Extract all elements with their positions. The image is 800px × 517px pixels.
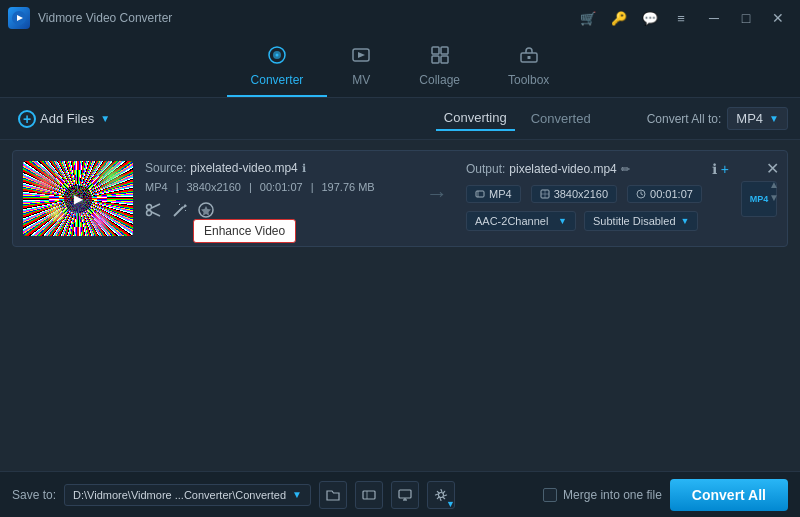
key-icon-btn[interactable]: 🔑 — [607, 7, 631, 29]
folder-browse-button[interactable] — [319, 481, 347, 509]
format-dropdown[interactable]: MP4 ▼ — [727, 107, 788, 130]
tab-converter[interactable]: Converter — [227, 39, 328, 97]
settings-icon-btn-1[interactable] — [355, 481, 383, 509]
play-button-overlay[interactable]: ▶ — [64, 185, 92, 213]
subtitle-dropdown[interactable]: Subtitle Disabled ▼ — [584, 211, 698, 231]
edit-output-icon[interactable]: ✏ — [621, 163, 630, 176]
audio-dropdown-arrow: ▼ — [558, 216, 567, 226]
output-line: Output: pixelated-video.mp4 ✏ ℹ + — [466, 161, 729, 177]
output-duration-badge: 00:01:07 — [627, 185, 702, 203]
arrow-separator: → — [420, 181, 454, 207]
scroll-up-arrow[interactable]: ▲ — [769, 179, 779, 190]
menu-icon-btn[interactable]: ≡ — [669, 7, 693, 29]
scroll-down-arrow[interactable]: ▼ — [769, 192, 779, 203]
video-meta: MP4 | 3840x2160 | 00:01:07 | 197.76 MB — [145, 181, 408, 193]
video-item: ▶ Source: pixelated-video.mp4 ℹ MP4 | 38… — [12, 150, 788, 247]
tab-collage[interactable]: Collage — [395, 39, 484, 97]
convert-all-to-area: Convert All to: MP4 ▼ — [647, 107, 788, 130]
output-resolution: 3840x2160 — [554, 188, 608, 200]
close-button[interactable]: ✕ — [764, 7, 792, 29]
converter-icon — [267, 45, 287, 70]
add-files-button[interactable]: + Add Files ▼ — [12, 106, 116, 132]
gear-settings-btn[interactable]: ▼ — [427, 481, 455, 509]
app-title: Vidmore Video Converter — [38, 11, 576, 25]
meta-separator-3: | — [311, 181, 314, 193]
save-path-dropdown[interactable]: D:\Vidmore\Vidmore ...Converter\Converte… — [64, 484, 311, 506]
save-path-value: D:\Vidmore\Vidmore ...Converter\Converte… — [73, 489, 286, 501]
add-files-plus-icon: + — [18, 110, 36, 128]
mv-tab-label: MV — [352, 73, 370, 87]
svg-rect-9 — [441, 56, 448, 63]
mv-icon — [351, 45, 371, 70]
app-logo-icon — [11, 10, 27, 26]
source-filename: pixelated-video.mp4 — [190, 161, 297, 175]
collage-tab-icon — [430, 45, 450, 65]
svg-point-13 — [147, 211, 152, 216]
add-files-arrow: ▼ — [100, 113, 110, 124]
display-icon-btn[interactable] — [391, 481, 419, 509]
output-info-icon[interactable]: ℹ — [712, 161, 717, 177]
maximize-button[interactable]: □ — [732, 7, 760, 29]
merge-checkbox-area[interactable]: Merge into one file — [543, 488, 662, 502]
output-dropdowns: AAC-2Channel ▼ Subtitle Disabled ▼ — [466, 211, 729, 231]
mv-tab-icon — [351, 45, 371, 65]
tab-mv[interactable]: MV — [327, 39, 395, 97]
converter-tab-icon — [267, 45, 287, 65]
convert-all-button[interactable]: Convert All — [670, 479, 788, 511]
delete-button[interactable]: ✕ — [766, 159, 779, 178]
toolbox-icon — [519, 45, 539, 70]
output-format: MP4 — [489, 188, 512, 200]
meta-size: 197.76 MB — [321, 181, 374, 193]
cut-icon[interactable] — [145, 201, 163, 223]
display-icon — [398, 488, 412, 502]
resolution-icon — [540, 189, 550, 199]
bottom-bar: Save to: D:\Vidmore\Vidmore ...Converter… — [0, 471, 800, 517]
cart-icon-btn[interactable]: 🛒 — [576, 7, 600, 29]
convert-all-to-label: Convert All to: — [647, 112, 722, 126]
wand-icon[interactable] — [171, 201, 189, 223]
enhance-icon[interactable]: Enhance Video — [197, 201, 215, 223]
svg-rect-6 — [432, 47, 439, 54]
app-logo — [8, 7, 30, 29]
svg-line-16 — [174, 207, 183, 216]
svg-line-15 — [152, 212, 161, 216]
main-content: ▶ Source: pixelated-video.mp4 ℹ MP4 | 38… — [0, 140, 800, 471]
svg-point-4 — [275, 54, 278, 57]
subtitle-value: Subtitle Disabled — [593, 215, 676, 227]
tab-bar: Converter MV Collage — [0, 36, 800, 98]
enhance-icon-svg — [197, 201, 215, 219]
output-add-icon[interactable]: + — [721, 161, 729, 177]
folder-icon — [326, 488, 340, 502]
converted-tab[interactable]: Converted — [523, 107, 599, 130]
output-format-badge: MP4 — [466, 185, 521, 203]
source-label: Source: — [145, 161, 186, 175]
collage-tab-label: Collage — [419, 73, 460, 87]
output-meta: MP4 3840x2160 00:01:07 — [466, 185, 729, 203]
video-thumbnail[interactable]: ▶ — [23, 161, 133, 236]
clock-icon — [636, 189, 646, 199]
meta-separator-2: | — [249, 181, 252, 193]
save-to-label: Save to: — [12, 488, 56, 502]
converter-tab-label: Converter — [251, 73, 304, 87]
collage-icon — [430, 45, 450, 70]
merge-checkbox[interactable] — [543, 488, 557, 502]
meta-duration: 00:01:07 — [260, 181, 303, 193]
converting-tab[interactable]: Converting — [436, 106, 515, 131]
output-duration: 00:01:07 — [650, 188, 693, 200]
output-label: Output: — [466, 162, 505, 176]
source-info-icon[interactable]: ℹ — [302, 162, 306, 175]
settings-arrow-icon: ▼ — [446, 499, 455, 509]
svg-marker-17 — [183, 204, 187, 208]
svg-line-14 — [152, 204, 161, 208]
svg-rect-7 — [441, 47, 448, 54]
tab-toolbox[interactable]: Toolbox — [484, 39, 573, 97]
toolbox-tab-icon — [519, 45, 539, 65]
subtitle-dropdown-arrow: ▼ — [681, 216, 690, 226]
video-actions: Enhance Video — [145, 201, 408, 223]
minimize-button[interactable]: ─ — [700, 7, 728, 29]
format-dropdown-arrow: ▼ — [769, 113, 779, 124]
svg-line-18 — [185, 210, 186, 211]
audio-dropdown[interactable]: AAC-2Channel ▼ — [466, 211, 576, 231]
chat-icon-btn[interactable]: 💬 — [638, 7, 662, 29]
toolbox-tab-label: Toolbox — [508, 73, 549, 87]
